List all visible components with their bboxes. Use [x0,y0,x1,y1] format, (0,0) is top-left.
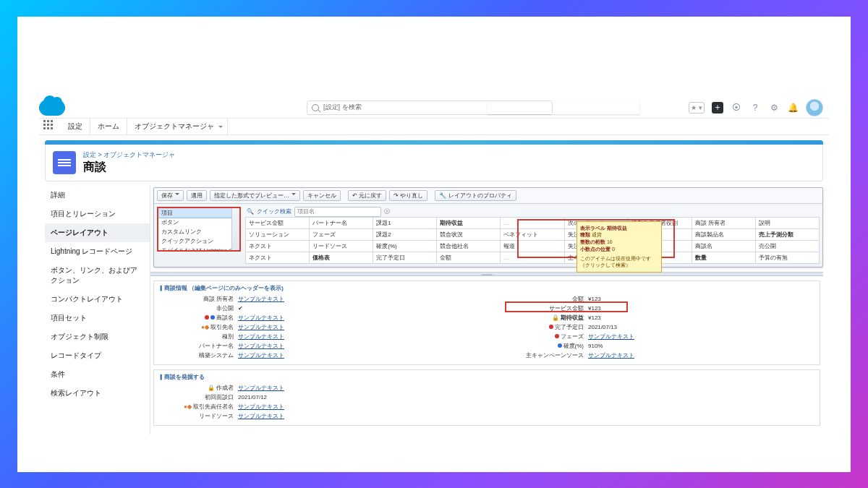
save-button[interactable]: 保存 [157,190,184,201]
global-add-button[interactable]: ＋ [712,102,723,114]
pf[interactable]: 価格表 [310,252,373,263]
pf[interactable]: リードソース [310,240,373,252]
salesforce-logo [39,100,65,116]
sidebar-item-fields[interactable]: 項目とリレーション [45,205,150,223]
lbl-amount: 金額 [509,295,588,303]
val-svcamt[interactable]: ¥123 [588,305,815,312]
val-campaign[interactable]: サンプルテキスト [588,351,815,359]
pf[interactable]: ネクスト [246,252,310,263]
pf[interactable]: … [501,252,564,263]
sidebar-item-recordtype[interactable]: レコードタイプ [45,346,150,365]
pf[interactable]: 商談 所有者 [692,217,755,228]
sidebar-item-detail[interactable]: 詳細 [45,186,150,205]
lbl-expected: 期待収益 [561,314,584,321]
pf[interactable]: 報道 [501,240,564,252]
redo-button[interactable]: ↷ やり直し [389,190,427,201]
pf[interactable]: 売上予測分類 [755,228,819,240]
val-closedate[interactable]: 2021/07/13 [588,324,815,330]
palette-cat-mobile[interactable]: モバイルおよび Lightning のアクション [158,246,239,252]
crumb-objmgr[interactable]: オブジェクトマネージャ [103,151,175,158]
settings-icon[interactable]: ⚙ [768,102,780,114]
camera-icon[interactable]: ⦿ [731,102,742,114]
pf[interactable]: 競合状況 [437,228,501,240]
val-phase[interactable]: サンプルテキスト [588,333,815,341]
pf[interactable]: 商談製品名 [692,228,755,240]
pf[interactable]: 予算の有無 [755,252,819,263]
crumb-setup[interactable]: 設定 [83,151,96,158]
sidebar-item-conditions[interactable]: 条件 [45,365,150,384]
lbl-phase: フェーズ [561,333,584,340]
val-owner[interactable]: サンプルテキスト [238,295,465,303]
pf-expected-revenue[interactable]: 期待収益 [437,217,501,228]
lbl-contact: 取引先責任者名 [193,403,234,410]
val-type[interactable]: サンプルテキスト [238,333,465,341]
pf[interactable]: 課題1 [373,217,437,228]
pf[interactable]: サービス金額 [246,217,310,228]
pf[interactable]: 競合他社名 [437,240,501,252]
apply-button[interactable]: 適用 [187,190,207,201]
sidebar-item-limits[interactable]: オブジェクト制限 [45,328,150,346]
tab-home[interactable]: ホーム [90,119,127,134]
lookup-icon: ●◆ [184,403,192,410]
app-launcher-icon[interactable] [43,120,56,133]
palette-cat-customlinks[interactable]: カスタムリンク [158,227,239,236]
val-creator[interactable]: サンプルテキスト [238,384,465,392]
sidebar-item-compact[interactable]: コンパクトレイアウト [45,290,150,309]
lbl-leadsrc: リードソース [158,412,238,420]
pf[interactable]: フェーズ [310,228,373,240]
undo-label: 元に戻す [359,192,382,199]
palette-cat-buttons[interactable]: ボタン [158,218,239,227]
val-account[interactable]: サンプルテキスト [238,323,465,331]
palette-field-grid[interactable]: サービス金額 パートナー名 課題1 期待収益 … 次のステップ 取引先責任者役割… [245,217,820,264]
palette-resizer[interactable]: ═══ [150,272,823,276]
pf[interactable]: ネクスト [246,240,310,252]
val-partner[interactable]: サンプルテキスト [238,342,465,350]
cancel-button[interactable]: キャンセル [303,190,341,201]
sidebar-item-lightning[interactable]: Lightning レコードページ [45,242,150,261]
pf[interactable]: 金額 [437,252,501,263]
pf[interactable]: 確度(%) [373,240,437,252]
pf[interactable]: 完了予定日 [373,252,437,263]
quickfind-clear[interactable]: ⓧ [384,207,390,215]
breadcrumb[interactable]: 設定 > オブジェクトマネージャ [83,150,175,160]
layout-props-button[interactable]: 🔧 レイアウトのプロパティ [435,190,516,201]
pf[interactable]: パートナー名 [310,217,373,228]
palette-cat-fields[interactable]: 項目 [158,207,240,218]
pf[interactable]: 数量 [692,252,755,263]
val-contact[interactable]: サンプルテキスト [238,403,465,411]
lbl-owner: 商談 所有者 [158,295,238,303]
tab-setup[interactable]: 設定 [61,119,90,134]
val-expected[interactable]: ¥123 [588,314,815,321]
val-system[interactable]: サンプルテキスト [238,351,465,359]
help-icon[interactable]: ? [749,102,761,114]
palette-cat-quickactions[interactable]: クイックアクション [158,236,239,246]
val-prob[interactable]: 910% [588,343,815,349]
sidebar-item-pagelayout[interactable]: ページレイアウト [45,223,150,242]
tab-object-manager[interactable]: オブジェクトマネージャ [127,119,228,134]
avatar[interactable] [806,99,823,116]
val-firstmtg[interactable]: 2021/07/12 [238,394,465,401]
quickfind-input[interactable] [294,207,381,217]
pf[interactable]: ベネフィット [501,228,564,240]
pf[interactable]: 課題2 [373,228,437,240]
undo-button[interactable]: ↶ 元に戻す [348,190,386,201]
favorites-button[interactable]: ★ ▾ [689,102,705,114]
section2-title: ▎商談を発掘する [158,373,815,381]
val-name[interactable]: サンプルテキスト [238,314,465,322]
preview-button[interactable]: 指定した形式でプレビュー… [210,190,300,201]
pf[interactable]: 商談名 [692,240,755,252]
pf[interactable]: 説明 [755,217,819,228]
palette-category-list[interactable]: 項目 ボタン カスタムリンク クイックアクション モバイルおよび Lightni… [157,207,241,252]
lbl-system: 構築システム [158,351,238,359]
val-leadsrc[interactable]: サンプルテキスト [238,412,465,420]
pf[interactable]: … [501,217,564,228]
tt-l4: 小数点の位置 [580,247,610,252]
sidebar-item-searchlay[interactable]: 検索レイアウト [45,384,150,403]
val-amount[interactable]: ¥123 [588,296,815,302]
pf[interactable]: ソリューション [246,228,310,240]
sidebar-item-buttons[interactable]: ボタン、リンク、およびアクション [45,261,150,290]
pf[interactable]: 売公開 [755,240,819,252]
sidebar-item-fieldset[interactable]: 項目セット [45,309,150,328]
notifications-icon[interactable]: 🔔 [787,102,799,114]
val-private[interactable] [238,305,465,312]
